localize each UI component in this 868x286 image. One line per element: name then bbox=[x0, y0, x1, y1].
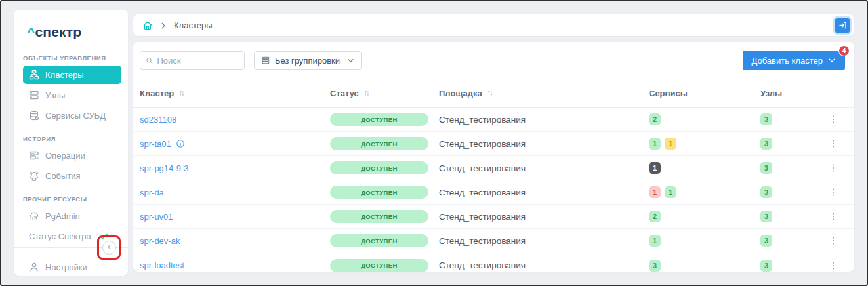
grouping-value: Без группировки bbox=[275, 56, 340, 66]
services-count-badge: 1 bbox=[649, 235, 661, 247]
sidebar-item-узлы[interactable]: Узлы bbox=[23, 86, 121, 104]
bell-icon bbox=[29, 171, 39, 181]
site-cell: Стенд_тестирования bbox=[439, 236, 649, 246]
sidebar-section-label: ОБЪЕКТЫ УПРАВЛЕНИЯ bbox=[23, 54, 119, 62]
grouping-select[interactable]: Без группировки bbox=[254, 51, 362, 70]
sort-icon[interactable] bbox=[178, 89, 185, 97]
status-cell: ДОСТУПЕН bbox=[330, 259, 439, 272]
sidebar-section-label: ИСТОРИЯ bbox=[23, 135, 119, 142]
search-input[interactable] bbox=[157, 56, 239, 66]
services-count-badge: 1 bbox=[649, 186, 661, 198]
status-badge: ДОСТУПЕН bbox=[330, 113, 428, 126]
breadcrumb-item-clusters: Кластеры bbox=[174, 20, 213, 30]
search-icon bbox=[146, 56, 153, 65]
logo-caret: ^ bbox=[27, 24, 35, 39]
cluster-link[interactable]: spr-uv01 bbox=[140, 212, 173, 222]
cluster-link[interactable]: sd231108 bbox=[140, 115, 176, 125]
status-badge: ДОСТУПЕН bbox=[330, 259, 428, 272]
row-menu-button[interactable] bbox=[825, 233, 841, 249]
cluster-link[interactable]: spr-ta01 bbox=[140, 139, 171, 149]
chevron-right-icon bbox=[159, 22, 167, 30]
status-badge: ДОСТУПЕН bbox=[330, 234, 428, 247]
site-cell: Стенд_тестирования bbox=[439, 139, 649, 149]
sort-icon[interactable] bbox=[486, 89, 493, 97]
nodes-count-badge: 3 bbox=[760, 162, 772, 174]
status-badge: ДОСТУПЕН bbox=[330, 210, 428, 223]
add-cluster-button[interactable]: Добавить кластер bbox=[743, 51, 845, 70]
logo-text: спектр bbox=[35, 24, 81, 39]
table-row: spr-pg14-9-3ДОСТУПЕНСтенд_тестирования13 bbox=[133, 156, 854, 180]
services-cell: 2 bbox=[649, 211, 760, 222]
table-row: spr-dev-akДОСТУПЕНСтенд_тестирования13 bbox=[133, 229, 854, 253]
nodes-cell: 3 bbox=[760, 211, 825, 222]
nodes-count-badge: 3 bbox=[760, 235, 772, 247]
row-menu-button[interactable] bbox=[825, 160, 841, 176]
sidebar-item-label: Сервисы СУБД bbox=[45, 111, 106, 121]
row-menu-button[interactable] bbox=[825, 184, 841, 200]
nodes-count-badge: 3 bbox=[760, 186, 772, 198]
pgadmin-icon bbox=[29, 211, 39, 221]
sidebar-item-pgadmin[interactable]: PgAdmin bbox=[23, 207, 121, 225]
clusters-panel: Без группировки Добавить кластер 4 Класт… bbox=[133, 42, 854, 272]
sort-icon[interactable] bbox=[363, 89, 370, 97]
sidebar-nav: ОБЪЕКТЫ УПРАВЛЕНИЯКластерыУзлыСервисы СУ… bbox=[14, 44, 128, 247]
services-cell: 3 bbox=[649, 260, 760, 272]
add-cluster-wrap: Добавить кластер 4 bbox=[743, 51, 845, 70]
sidebar-item-label: Кластеры bbox=[45, 70, 84, 80]
table-row: spr-uv01ДОСТУПЕНСтенд_тестирования23 bbox=[133, 205, 854, 229]
app-window: ^спектр ОБЪЕКТЫ УПРАВЛЕНИЯКластерыУзлыСе… bbox=[0, 0, 868, 286]
services-count-badge: 1 bbox=[665, 186, 676, 198]
services-cell: 11 bbox=[649, 138, 760, 150]
sidebar-footer: Настройки bbox=[14, 247, 128, 286]
services-cell: 1 bbox=[649, 235, 760, 247]
sidebar-item-label: Операции bbox=[45, 151, 85, 161]
table-row: spr-loadtestДОСТУПЕНСтенд_тестирования33 bbox=[133, 253, 854, 272]
row-menu-button[interactable] bbox=[825, 136, 841, 152]
table-row: spr-ta01ДОСТУПЕНСтенд_тестирования113 bbox=[133, 132, 854, 156]
sidebar-item-события[interactable]: События bbox=[23, 167, 121, 185]
sidebar-item-операции[interactable]: Операции bbox=[23, 146, 121, 165]
cluster-link[interactable]: spr-pg14-9-3 bbox=[140, 163, 188, 173]
cluster-link[interactable]: spr-loadtest bbox=[140, 260, 184, 270]
row-actions-cell bbox=[825, 184, 854, 200]
table-row: sd231108ДОСТУПЕНСтенд_тестирования23 bbox=[133, 108, 854, 132]
check-icon bbox=[98, 231, 109, 241]
sidebar-collapse-button[interactable] bbox=[102, 241, 116, 255]
nodes-cell: 3 bbox=[760, 186, 825, 198]
home-icon[interactable] bbox=[142, 20, 153, 31]
status-badge: ДОСТУПЕН bbox=[330, 186, 428, 199]
row-actions-cell bbox=[825, 233, 854, 249]
notification-badge: 4 bbox=[838, 45, 850, 56]
row-menu-button[interactable] bbox=[825, 112, 841, 127]
row-menu-button[interactable] bbox=[825, 209, 841, 224]
column-header-3[interactable]: Площадка bbox=[439, 89, 649, 98]
services-count-badge: 2 bbox=[649, 211, 661, 222]
column-header-2[interactable]: Статус bbox=[330, 89, 439, 98]
row-menu-button[interactable] bbox=[825, 258, 841, 272]
services-count-badge: 1 bbox=[649, 138, 661, 150]
nodes-count-badge: 3 bbox=[760, 260, 772, 272]
services-cell: 2 bbox=[649, 113, 760, 125]
nodes-cell: 3 bbox=[760, 235, 825, 247]
cluster-link[interactable]: spr-dev-ak bbox=[140, 236, 180, 246]
cluster-name-cell: spr-uv01 bbox=[140, 212, 330, 222]
cluster-name-cell: spr-loadtest bbox=[140, 260, 330, 270]
status-cell: ДОСТУПЕН bbox=[330, 161, 439, 174]
row-actions-cell bbox=[825, 209, 854, 224]
add-cluster-label: Добавить кластер bbox=[752, 56, 823, 66]
services-count-badge: 1 bbox=[665, 138, 676, 150]
cluster-link[interactable]: spr-da bbox=[140, 188, 164, 197]
cluster-name-cell: spr-da bbox=[140, 188, 330, 197]
sidebar-item-label: Настройки bbox=[45, 262, 87, 272]
sidebar-item-settings[interactable]: Настройки bbox=[23, 258, 121, 276]
column-header-1[interactable]: Кластер bbox=[140, 89, 330, 98]
column-label: Узлы bbox=[760, 89, 782, 98]
logout-icon bbox=[838, 21, 847, 30]
sidebar-item-кластеры[interactable]: Кластеры bbox=[23, 66, 121, 84]
column-label: Кластер bbox=[140, 89, 174, 98]
logout-button[interactable] bbox=[835, 18, 850, 33]
sidebar-item-сервисы-субд[interactable]: Сервисы СУБД bbox=[23, 106, 121, 125]
content-area: Кластеры Без группировки Добавить кл bbox=[133, 14, 854, 272]
nodes-cell: 3 bbox=[760, 260, 825, 272]
services-count-badge: 3 bbox=[649, 260, 661, 272]
